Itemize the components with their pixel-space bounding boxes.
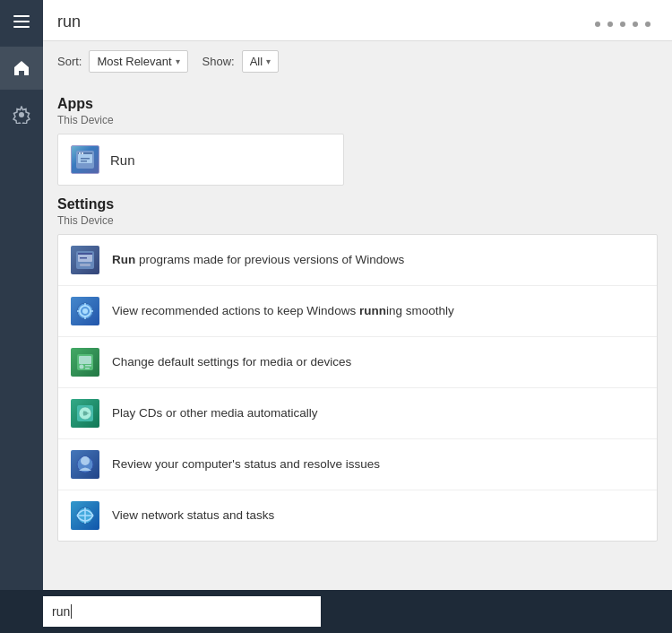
sort-chevron-icon: ▾ — [176, 56, 180, 66]
svg-rect-26 — [85, 365, 91, 367]
taskbar-search-text: run — [52, 604, 70, 619]
settings-section-subtitle: This Device — [57, 214, 658, 227]
view-network-icon — [71, 501, 99, 530]
settings-item-review-status[interactable]: Review your computer's status and resolv… — [58, 439, 657, 490]
dot-4 — [633, 22, 638, 27]
sort-label: Sort: — [57, 55, 82, 68]
svg-point-25 — [80, 365, 84, 369]
settings-item-run-programs[interactable]: Run programs made for previous versions … — [58, 235, 657, 286]
svg-rect-13 — [78, 253, 92, 255]
svg-rect-9 — [81, 158, 90, 160]
svg-point-3 — [19, 112, 24, 117]
hamburger-button[interactable] — [0, 0, 43, 43]
run-app-icon — [71, 145, 99, 174]
dot-2 — [607, 22, 613, 27]
filter-bar: Sort: Most Relevant ▾ Show: All ▾ — [43, 41, 672, 82]
svg-rect-2 — [13, 26, 30, 28]
app-result-run[interactable]: Run — [57, 134, 344, 186]
change-default-icon — [71, 348, 99, 377]
run-programs-text: Run programs made for previous versions … — [112, 252, 404, 269]
svg-rect-27 — [85, 368, 90, 369]
show-value: All — [250, 55, 263, 68]
sidebar-item-settings[interactable] — [0, 93, 43, 136]
apps-section-subtitle: This Device — [57, 114, 658, 126]
results-content: Apps This Device Run Settings This Devic… — [43, 82, 672, 633]
settings-section-title: Settings — [57, 196, 658, 212]
svg-point-33 — [81, 456, 90, 465]
show-label: Show: — [202, 55, 235, 68]
view-network-text: View network status and tasks — [112, 507, 274, 525]
search-header: run — [43, 0, 672, 41]
settings-results-list: Run programs made for previous versions … — [57, 234, 658, 542]
run-app-name: Run — [110, 152, 135, 168]
svg-rect-15 — [80, 257, 87, 259]
view-recommended-text: View recommended actions to keep Windows… — [112, 303, 454, 320]
apps-section-title: Apps — [57, 96, 658, 112]
sidebar — [0, 0, 43, 633]
sidebar-item-home[interactable] — [0, 47, 43, 90]
svg-rect-10 — [81, 160, 87, 162]
show-dropdown[interactable]: All ▾ — [242, 50, 279, 73]
taskbar-search-box[interactable]: run — [43, 596, 321, 627]
search-query-text: run — [57, 13, 81, 31]
play-cds-icon — [71, 399, 99, 428]
dots-row — [595, 18, 658, 27]
dot-5 — [645, 22, 650, 27]
settings-item-view-network[interactable]: View network status and tasks — [58, 490, 657, 541]
svg-rect-24 — [79, 356, 91, 364]
cursor — [71, 604, 72, 619]
sort-dropdown[interactable]: Most Relevant ▾ — [89, 50, 187, 73]
settings-item-view-recommended[interactable]: View recommended actions to keep Windows… — [58, 286, 657, 337]
show-chevron-icon: ▾ — [266, 56, 271, 66]
play-cds-text: Play CDs or other media automatically — [112, 405, 318, 422]
svg-rect-1 — [13, 21, 30, 22]
taskbar: run — [0, 590, 672, 633]
dot-1 — [595, 22, 600, 27]
svg-point-8 — [82, 152, 83, 154]
change-default-text: Change default settings for media or dev… — [112, 354, 351, 371]
run-programs-icon — [71, 246, 99, 274]
view-recommended-icon — [71, 297, 99, 325]
dot-3 — [620, 22, 625, 27]
review-status-icon — [71, 450, 99, 479]
sort-value: Most Relevant — [97, 55, 171, 68]
svg-point-18 — [82, 308, 88, 314]
svg-rect-0 — [13, 15, 30, 17]
svg-rect-14 — [80, 264, 90, 266]
settings-item-change-default[interactable]: Change default settings for media or dev… — [58, 337, 657, 388]
review-status-text: Review your computer's status and resolv… — [112, 456, 380, 473]
main-content: run Sort: Most Relevant ▾ Show: All ▾ Ap… — [43, 0, 672, 633]
svg-point-7 — [79, 152, 81, 154]
settings-item-play-cds[interactable]: Play CDs or other media automatically — [58, 388, 657, 439]
